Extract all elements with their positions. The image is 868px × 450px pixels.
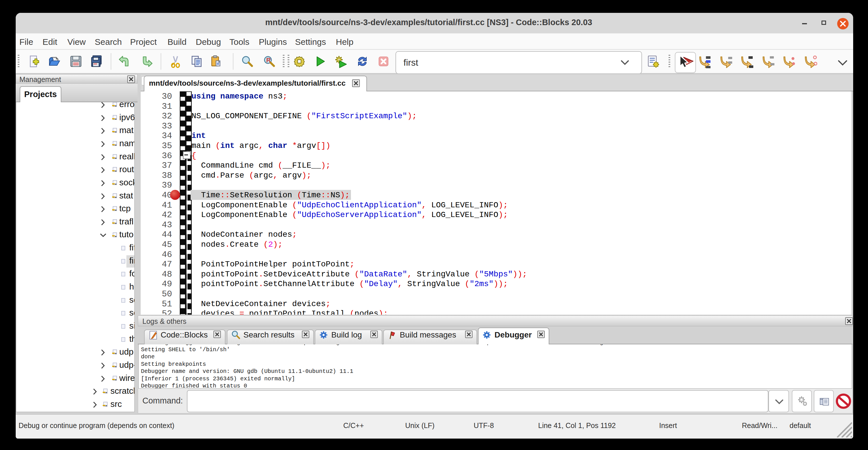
svg-text:R: R <box>266 57 271 64</box>
